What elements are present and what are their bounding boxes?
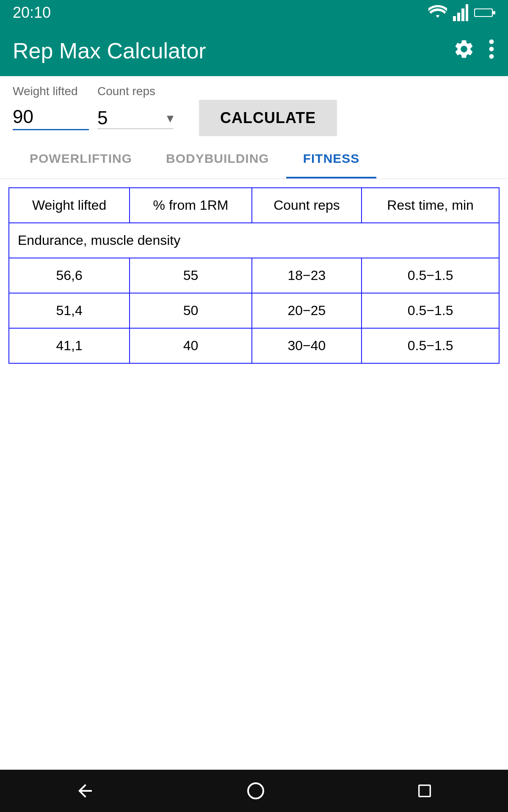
home-icon [246, 781, 266, 801]
svg-rect-7 [493, 11, 495, 14]
back-icon [75, 781, 95, 801]
signal-icon [453, 4, 468, 21]
status-bar: 20:10 [0, 0, 508, 25]
cell-percent-0: 55 [130, 258, 251, 293]
gear-icon [453, 38, 475, 60]
input-area: Weight lifted Count reps 5 ▾ CALCULATE [0, 76, 508, 140]
tab-fitness[interactable]: FITNESS [286, 140, 377, 178]
table-row: 56,6 55 18−23 0.5−1.5 [9, 258, 499, 293]
svg-point-9 [489, 47, 494, 52]
reps-value: 5 [97, 107, 167, 129]
more-options-button[interactable] [488, 38, 495, 63]
cell-weight-2: 41,1 [9, 328, 130, 363]
weight-input[interactable] [13, 106, 89, 130]
col-percent-1rm: % from 1RM [130, 188, 251, 223]
col-count-reps: Count reps [252, 188, 362, 223]
battery-icon [474, 7, 495, 19]
tab-bodybuilding[interactable]: BODYBUILDING [149, 140, 286, 178]
svg-rect-2 [461, 8, 464, 21]
back-button[interactable] [75, 781, 95, 801]
svg-point-11 [248, 783, 263, 798]
chevron-down-icon: ▾ [167, 110, 174, 126]
home-button[interactable] [246, 781, 266, 801]
col-rest-time: Rest time, min [362, 188, 499, 223]
recent-icon [416, 782, 433, 799]
tab-powerlifting[interactable]: POWERLIFTING [13, 140, 149, 178]
col-weight-lifted: Weight lifted [9, 188, 130, 223]
app-title: Rep Max Calculator [13, 38, 206, 63]
svg-rect-3 [466, 4, 468, 21]
cell-reps-0: 18−23 [252, 258, 362, 293]
table-row: 51,4 50 20−25 0.5−1.5 [9, 293, 499, 328]
wifi-icon [428, 5, 447, 20]
results-table-area: Weight lifted % from 1RM Count reps Rest… [0, 179, 508, 770]
input-labels: Weight lifted Count reps [13, 85, 495, 98]
svg-point-8 [489, 39, 494, 44]
table-header-row: Weight lifted % from 1RM Count reps Rest… [9, 188, 499, 223]
cell-percent-1: 50 [130, 293, 251, 328]
cell-percent-2: 40 [130, 328, 251, 363]
status-time: 20:10 [13, 4, 51, 22]
bottom-nav [0, 770, 508, 812]
input-row: 5 ▾ CALCULATE [13, 100, 495, 136]
calculate-button[interactable]: CALCULATE [199, 100, 337, 136]
svg-rect-12 [419, 785, 430, 797]
svg-rect-0 [453, 16, 456, 21]
more-vert-icon [488, 38, 495, 60]
cell-weight-1: 51,4 [9, 293, 130, 328]
reps-label: Count reps [97, 85, 182, 98]
category-label: Endurance, muscle density [9, 223, 499, 258]
svg-rect-6 [475, 9, 492, 16]
recent-button[interactable] [416, 782, 433, 799]
cell-weight-0: 56,6 [9, 258, 130, 293]
status-icons [428, 4, 495, 21]
cell-rest-1: 0.5−1.5 [362, 293, 499, 328]
weight-label: Weight lifted [13, 85, 97, 98]
table-row: 41,1 40 30−40 0.5−1.5 [9, 328, 499, 363]
tabs-bar: POWERLIFTING BODYBUILDING FITNESS [0, 140, 508, 179]
svg-rect-1 [457, 13, 460, 21]
app-bar-actions [453, 38, 495, 63]
cell-rest-2: 0.5−1.5 [362, 328, 499, 363]
app-bar: Rep Max Calculator [0, 25, 508, 76]
category-row: Endurance, muscle density [9, 223, 499, 258]
svg-point-10 [489, 54, 494, 59]
results-table: Weight lifted % from 1RM Count reps Rest… [8, 187, 500, 364]
cell-reps-2: 30−40 [252, 328, 362, 363]
settings-button[interactable] [453, 38, 475, 63]
cell-rest-0: 0.5−1.5 [362, 258, 499, 293]
reps-select-wrapper[interactable]: 5 ▾ [97, 107, 174, 129]
cell-reps-1: 20−25 [252, 293, 362, 328]
